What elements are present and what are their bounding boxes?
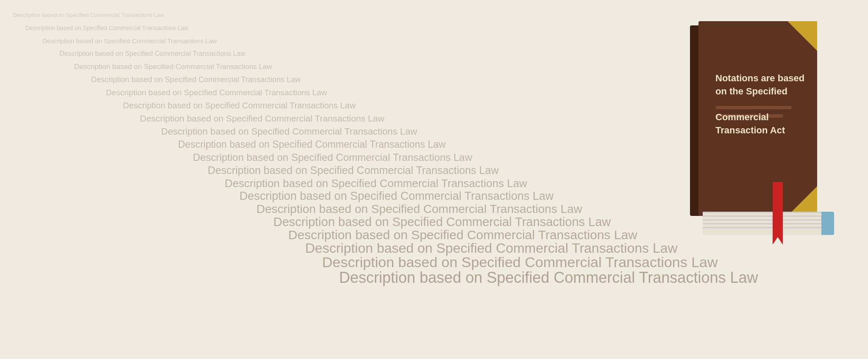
book-title-line1: Notations are based [715,73,804,83]
bg-text-line-16: Description based on Specified Commercia… [273,215,611,229]
page-line-4 [703,223,826,224]
book-pages [703,212,826,235]
bg-text-line-2: Description based on Specified Commercia… [42,37,217,44]
page-line-1 [703,212,826,213]
bookmark-body [773,182,783,237]
bg-text-line-11: Description based on Specified Commercia… [193,152,472,163]
bg-text-line-0: Description based on Specified Commercia… [13,12,164,18]
bg-text-line-1: Description based on Specified Commercia… [25,25,188,31]
page-line-3 [703,219,826,221]
bookmark [773,182,783,245]
bg-text-line-8: Description based on Specified Commercia… [140,113,384,124]
bg-text-line-4: Description based on Specified Commercia… [74,63,272,71]
book-title-text: Notations are based on the Specified Com… [715,72,809,137]
book-pages-side [821,212,834,235]
bg-text-line-19: Description based on Specified Commercia… [322,254,718,271]
bg-text-line-7: Description based on Specified Commercia… [123,101,356,110]
bg-text-line-14: Description based on Specified Commercia… [239,190,554,203]
bg-text-line-20: Description based on Specified Commercia… [339,269,758,287]
bg-text-line-9: Description based on Specified Commercia… [161,126,417,137]
book-body: Notations are based on the Specified Com… [698,21,817,216]
book-title-line2: on the Specified [715,86,787,97]
bg-text-line-3: Description based on Specified Commercia… [59,50,245,58]
bg-text-line-5: Description based on Specified Commercia… [91,75,300,84]
bg-text-line-13: Description based on Specified Commercia… [225,177,527,190]
book-illustration: Notations are based on the Specified Com… [690,21,826,241]
bg-text-line-6: Description based on Specified Commercia… [106,88,327,97]
bg-text-line-10: Description based on Specified Commercia… [178,139,446,150]
bg-text-line-17: Description based on Specified Commercia… [288,228,637,242]
page-line-2 [703,215,826,217]
book-title-line4: Transaction Act [715,125,785,135]
book-title-line3: Commercial [715,112,769,122]
bg-text-line-12: Description based on Specified Commercia… [208,164,498,177]
page-line-5 [703,227,826,228]
bookmark-tip [773,237,783,245]
bg-text-line-15: Description based on Specified Commercia… [256,202,582,216]
book-corner-top-right [787,21,817,51]
